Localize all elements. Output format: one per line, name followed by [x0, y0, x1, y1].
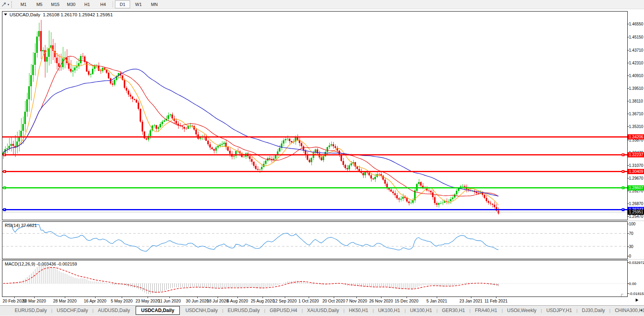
toolbar-grip[interactable]: [11, 1, 14, 8]
svg-text:11 Jun 2020: 11 Jun 2020: [158, 299, 181, 303]
timeframe-button-h1[interactable]: H1: [80, 0, 95, 8]
macd-label: MACD(12,26,9) -0.003436 -0.002159: [5, 262, 77, 266]
chart-tab-usdcad-daily[interactable]: USDCAD,Daily: [136, 306, 180, 315]
chart-tab-usdcnh-daily[interactable]: USDCNH,Daily: [181, 308, 222, 313]
chart-tab-usoil-weekly[interactable]: USOil,Weekly: [503, 308, 541, 313]
timeframe-button-mn[interactable]: MN: [147, 0, 162, 8]
chart-tab-dj30-daily[interactable]: DJ30,Daily: [578, 308, 609, 313]
svg-text:0.032972: 0.032972: [629, 260, 644, 265]
chart-tab-audusd-daily[interactable]: AUDUSD,Daily: [93, 308, 134, 313]
draw-tool-group: ▾: [0, 1, 10, 8]
svg-text:7 Nov 2020: 7 Nov 2020: [346, 299, 367, 303]
svg-text:5 May 2020: 5 May 2020: [111, 299, 133, 303]
svg-text:0.00: 0.00: [629, 281, 636, 286]
svg-text:1 Oct 2020: 1 Oct 2020: [298, 299, 319, 303]
chart-tab-usdchf-daily[interactable]: USDCHF,Daily: [53, 308, 93, 313]
chart-window: 1.465501.451501.437101.423101.409101.395…: [0, 9, 644, 305]
svg-text:70: 70: [629, 231, 634, 236]
svg-text:1.45150: 1.45150: [629, 35, 644, 39]
tool-dropdown-caret-icon[interactable]: ▾: [8, 3, 9, 6]
svg-text:30: 30: [629, 244, 634, 249]
timeframe-button-m5[interactable]: M5: [32, 0, 47, 8]
svg-text:12 Sep 2020: 12 Sep 2020: [273, 299, 297, 303]
chart-title: USDCAD,Daily 1.26108 1.26170 1.25942 1.2…: [10, 12, 113, 17]
crosshair-tool-icon[interactable]: [1, 1, 7, 8]
svg-text:5 Jan 2021: 5 Jan 2021: [426, 299, 447, 303]
svg-text:25 Aug 2020: 25 Aug 2020: [251, 299, 274, 303]
timeframe-button-m30[interactable]: M30: [64, 0, 79, 8]
svg-text:1.38110: 1.38110: [629, 99, 643, 103]
chart-canvas[interactable]: 1.465501.451501.437101.423101.409101.395…: [0, 9, 644, 305]
chart-tab-uk100-h1[interactable]: UK100,H1: [406, 308, 436, 313]
svg-text:16 Apr 2020: 16 Apr 2020: [84, 299, 107, 303]
svg-text:1.35310: 1.35310: [629, 124, 644, 129]
rsi-label: RSI(14) 37.6621: [5, 223, 37, 228]
svg-text:26 Nov 2020: 26 Nov 2020: [369, 299, 393, 303]
svg-text:1.43710: 1.43710: [629, 48, 644, 52]
svg-text:1.28607: 1.28607: [629, 186, 644, 190]
chart-tab-china300-h1[interactable]: CHINA300,H1: [611, 308, 644, 313]
svg-text:1.25951: 1.25951: [629, 210, 644, 214]
svg-text:1.36710: 1.36710: [629, 112, 644, 116]
chart-tab-eurusd-daily[interactable]: EURUSD,Daily: [223, 308, 264, 313]
svg-text:1.30409: 1.30409: [629, 169, 644, 174]
svg-text:23 Jan 2021: 23 Jan 2021: [459, 299, 483, 303]
svg-text:1.26870: 1.26870: [629, 202, 644, 206]
svg-text:1.25470: 1.25470: [629, 214, 644, 219]
svg-text:1.34206: 1.34206: [629, 135, 644, 139]
chart-tab-fra40-h1[interactable]: FRA40,H1: [471, 308, 502, 313]
chart-tab-bar: EURUSD,Daily|USDCHF,Daily|AUDUSD,DailyUS…: [0, 305, 644, 315]
timeframe-button-h4[interactable]: H4: [95, 0, 111, 8]
chart-tab-gbpusd-h4[interactable]: GBPUSD,H4: [265, 308, 302, 313]
chart-tab-eurusd-daily[interactable]: EURUSD,Daily: [10, 308, 51, 313]
svg-text:30 Jun 2020: 30 Jun 2020: [186, 299, 209, 303]
svg-text:1.32237: 1.32237: [629, 153, 644, 157]
svg-text:28 Mar 2020: 28 Mar 2020: [53, 299, 77, 303]
svg-text:1.42310: 1.42310: [629, 61, 644, 65]
svg-text:18 Jul 2020: 18 Jul 2020: [207, 299, 228, 303]
svg-text:10 Mar 2020: 10 Mar 2020: [23, 299, 46, 303]
svg-text:-0.01815: -0.01815: [629, 291, 644, 296]
svg-text:11 Feb 2021: 11 Feb 2021: [484, 299, 508, 303]
timeframe-button-w1[interactable]: W1: [131, 0, 146, 8]
toolbar: ▾ M1M5M15M30H1H4D1W1MN: [0, 0, 644, 9]
svg-text:1.29670: 1.29670: [629, 176, 644, 180]
svg-text:0: 0: [629, 254, 631, 258]
chart-tab-xauusd-daily[interactable]: XAUUSD,Daily: [303, 308, 343, 313]
svg-text:1.40910: 1.40910: [629, 74, 644, 78]
svg-text:100: 100: [629, 222, 636, 226]
chart-tab-uk100-h1[interactable]: UK100,H1: [374, 308, 405, 313]
svg-text:6 Aug 2020: 6 Aug 2020: [227, 299, 248, 303]
timeframe-buttons: M1M5M15M30H1H4D1W1MN: [16, 0, 162, 9]
svg-text:1.46550: 1.46550: [629, 22, 644, 26]
svg-text:23 May 2020: 23 May 2020: [136, 299, 160, 303]
svg-text:1.31070: 1.31070: [629, 163, 644, 168]
timeframe-button-m15[interactable]: M15: [48, 0, 63, 8]
timeframe-button-d1[interactable]: D1: [115, 0, 130, 8]
chart-tab-ger30-h1[interactable]: GER30,H1: [438, 308, 469, 313]
tab-scroll-right-icon[interactable]: ▸: [641, 308, 643, 312]
svg-text:15 Dec 2020: 15 Dec 2020: [395, 299, 418, 303]
chart-tab-hk50-h1[interactable]: HK50,H1: [344, 308, 373, 313]
svg-text:20 Oct 2020: 20 Oct 2020: [322, 299, 345, 303]
svg-text:1.39510: 1.39510: [629, 86, 644, 91]
timeframe-button-m1[interactable]: M1: [16, 0, 31, 8]
toolbar-separator: [113, 1, 113, 8]
chart-tab-usdjpy-h1[interactable]: USDJPY,H1: [542, 308, 576, 313]
